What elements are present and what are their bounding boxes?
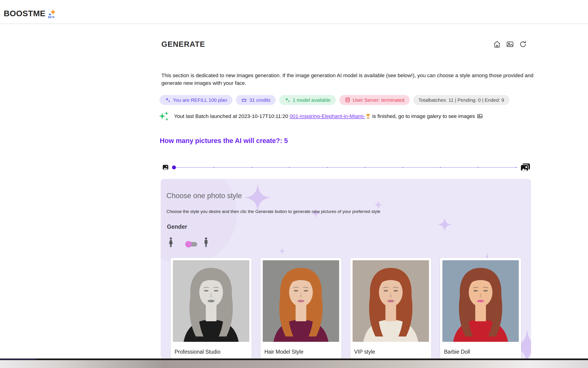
refresh-icon[interactable] xyxy=(519,40,527,48)
status-badge: Totalbatches: 11 | Pending: 0 | Ended: 9 xyxy=(413,95,509,105)
style-panel: Choose one photo style Choose the style … xyxy=(161,179,531,359)
sparkles-icon xyxy=(165,97,171,103)
badge-label: You are REFILL 100 plan xyxy=(173,97,227,103)
badge-label: Totalbatches: 11 | Pending: 0 | Ended: 9 xyxy=(419,97,504,103)
style-card-title: Hair Model Style xyxy=(264,349,339,355)
app-window: BOOSTME BETA GENERATE This section is de… xyxy=(0,0,588,368)
slider-tick xyxy=(364,167,366,168)
panel-title: Choose one photo style xyxy=(167,192,242,200)
sparkles-icon xyxy=(284,97,290,103)
status-badges-row: You are REFILL 100 plan31 credits1 model… xyxy=(159,95,509,105)
picture-count-label: How many pictures the AI will create?: 5 xyxy=(160,137,288,145)
style-photo xyxy=(173,260,249,342)
style-card-title: Professional Studio xyxy=(175,349,249,355)
slider-tick xyxy=(251,167,252,168)
gender-toggle[interactable] xyxy=(186,242,197,247)
status-badge: 1 model available xyxy=(279,95,336,105)
gallery-icon xyxy=(477,113,483,119)
logo-beta-label: BETA xyxy=(48,16,54,18)
status-badge: You are REFILL 100 plan xyxy=(159,95,232,105)
batch-link-label: 001-Inspiring-Elephant-in-Miami- xyxy=(290,113,365,119)
style-photo xyxy=(263,260,339,342)
style-card[interactable]: Hair Model Style vf2 xyxy=(260,258,342,359)
gender-label: Gender xyxy=(167,223,187,230)
slider-tick xyxy=(402,167,403,168)
gender-toggle-knob[interactable] xyxy=(185,241,192,248)
style-card[interactable]: Professional Studio vf1 xyxy=(171,258,252,359)
page-description: This section is dedicated to new images … xyxy=(161,72,534,87)
batch-prefix: Yout last Batch launched at 2023-10-17T1… xyxy=(174,113,290,119)
slider-tick xyxy=(515,167,517,168)
style-cards-row: Professional Studio vf1 Hair Model Style… xyxy=(161,258,531,359)
male-icon xyxy=(203,237,209,248)
status-badge: User Server: terminated xyxy=(339,95,410,105)
screen-bottom-edge xyxy=(0,359,588,360)
badge-label: 1 model available xyxy=(293,97,330,103)
home-icon[interactable] xyxy=(493,40,501,48)
slider-tick xyxy=(478,167,479,168)
sparkle-decoration xyxy=(438,217,452,232)
badge-label: User Server: terminated xyxy=(353,97,404,103)
female-icon xyxy=(168,237,174,248)
screen-bottom-band xyxy=(0,360,588,368)
page-title: GENERATE xyxy=(161,40,205,49)
style-photo xyxy=(442,260,519,342)
badge-label: 31 credits xyxy=(249,97,270,103)
sparkle-decoration xyxy=(279,248,286,254)
sparkles-icon xyxy=(158,110,169,122)
slider-thumb[interactable] xyxy=(172,166,176,169)
style-card[interactable]: Barbie Doll vf4 xyxy=(440,258,521,359)
batch-suffix: is finished, go to image galery to see i… xyxy=(371,113,475,119)
sparkle-decoration xyxy=(374,200,383,210)
images-icon xyxy=(520,163,531,172)
style-card[interactable]: VIP style vf3 xyxy=(350,258,431,359)
image-icon xyxy=(162,164,169,171)
slider-tick xyxy=(289,167,290,168)
app-header: BOOSTME BETA xyxy=(0,0,588,24)
crown-icon xyxy=(241,97,247,103)
panel-subtitle: Choose the style you desire and then cli… xyxy=(167,209,380,214)
sparkle-decoration xyxy=(244,184,271,211)
style-card-title: VIP style xyxy=(354,349,429,355)
slider-tick xyxy=(327,167,328,168)
logo-text: BOOSTME xyxy=(4,9,45,17)
sparkles-icon: BETA xyxy=(47,8,57,18)
slider-tick xyxy=(213,167,215,168)
app-logo: BOOSTME BETA xyxy=(4,9,57,18)
style-card-title: Barbie Doll xyxy=(444,349,519,355)
toolbar xyxy=(493,40,527,48)
batch-link[interactable]: 001-Inspiring-Elephant-in-Miami- xyxy=(290,113,371,119)
status-badge: 31 credits xyxy=(236,95,276,105)
batch-status-text: Yout last Batch launched at 2023-10-17T1… xyxy=(174,113,483,120)
database-icon xyxy=(345,97,351,103)
picture-count-slider[interactable] xyxy=(0,162,588,174)
trophy-icon xyxy=(365,113,371,119)
slider-track[interactable] xyxy=(173,167,518,168)
batch-status: Yout last Batch launched at 2023-10-17T1… xyxy=(158,110,538,122)
gallery-icon[interactable] xyxy=(506,40,514,48)
slider-tick xyxy=(440,167,441,168)
style-photo xyxy=(352,260,429,342)
